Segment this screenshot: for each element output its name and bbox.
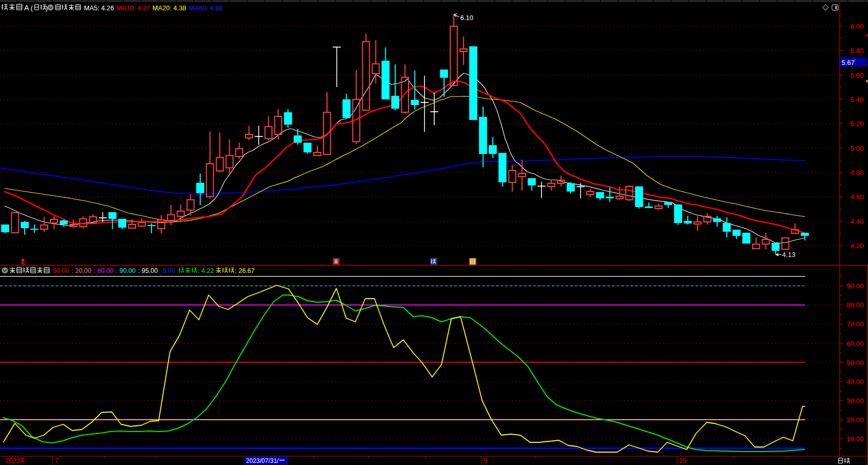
svg-text:90.00: 90.00 bbox=[846, 282, 863, 290]
svg-text:7: 7 bbox=[55, 457, 58, 464]
svg-text:: 20.00: : 20.00 bbox=[72, 267, 91, 274]
svg-text:4.20: 4.20 bbox=[850, 242, 864, 250]
svg-text:70.00: 70.00 bbox=[846, 320, 863, 328]
svg-text:: 26.67: : 26.67 bbox=[235, 267, 254, 274]
svg-text:10: 10 bbox=[679, 457, 686, 464]
svg-text:MA10: 4.27: MA10: 4.27 bbox=[116, 4, 150, 12]
svg-text:9: 9 bbox=[484, 457, 487, 464]
svg-text:MA5: 4.26: MA5: 4.26 bbox=[84, 4, 114, 12]
svg-text:: 4.22: : 4.22 bbox=[198, 267, 214, 274]
svg-text:80.00: 80.00 bbox=[846, 301, 863, 309]
svg-text:(: ( bbox=[31, 4, 33, 12]
svg-text:5.00: 5.00 bbox=[850, 145, 864, 152]
svg-text:: 50.00: : 50.00 bbox=[49, 267, 69, 274]
svg-text:MA20: 4.38: MA20: 4.38 bbox=[152, 4, 186, 12]
svg-text:5.67: 5.67 bbox=[842, 59, 855, 66]
svg-text:10.00: 10.00 bbox=[846, 435, 863, 443]
svg-text:6.00: 6.00 bbox=[850, 23, 864, 30]
svg-text:6.10: 6.10 bbox=[461, 14, 473, 22]
svg-text:60.00: 60.00 bbox=[846, 340, 863, 348]
svg-text:5.20: 5.20 bbox=[850, 120, 864, 128]
svg-text:4.13: 4.13 bbox=[782, 251, 795, 259]
svg-text:30.00: 30.00 bbox=[846, 397, 863, 405]
svg-text:: 80.00: : 80.00 bbox=[94, 267, 113, 274]
svg-text:20.00: 20.00 bbox=[846, 416, 863, 424]
svg-text:4.80: 4.80 bbox=[850, 169, 864, 177]
svg-text:4.60: 4.60 bbox=[850, 193, 864, 201]
svg-text:A: A bbox=[24, 4, 29, 12]
svg-text:2023: 2023 bbox=[5, 457, 20, 464]
svg-text:2023/07/31/: 2023/07/31/ bbox=[246, 457, 279, 464]
svg-text:5.60: 5.60 bbox=[850, 72, 864, 79]
svg-text:: 90.00: : 90.00 bbox=[116, 267, 135, 274]
svg-text:MA60: 4.88: MA60: 4.88 bbox=[189, 4, 223, 12]
svg-text:: 5.00: : 5.00 bbox=[159, 267, 175, 274]
svg-text:: 95.00: : 95.00 bbox=[138, 267, 158, 274]
svg-text:40.00: 40.00 bbox=[846, 378, 863, 386]
svg-text:4.40: 4.40 bbox=[850, 218, 864, 226]
svg-text:5.80: 5.80 bbox=[850, 47, 864, 55]
svg-text:5.40: 5.40 bbox=[850, 96, 864, 104]
svg-text:50.00: 50.00 bbox=[846, 359, 863, 367]
